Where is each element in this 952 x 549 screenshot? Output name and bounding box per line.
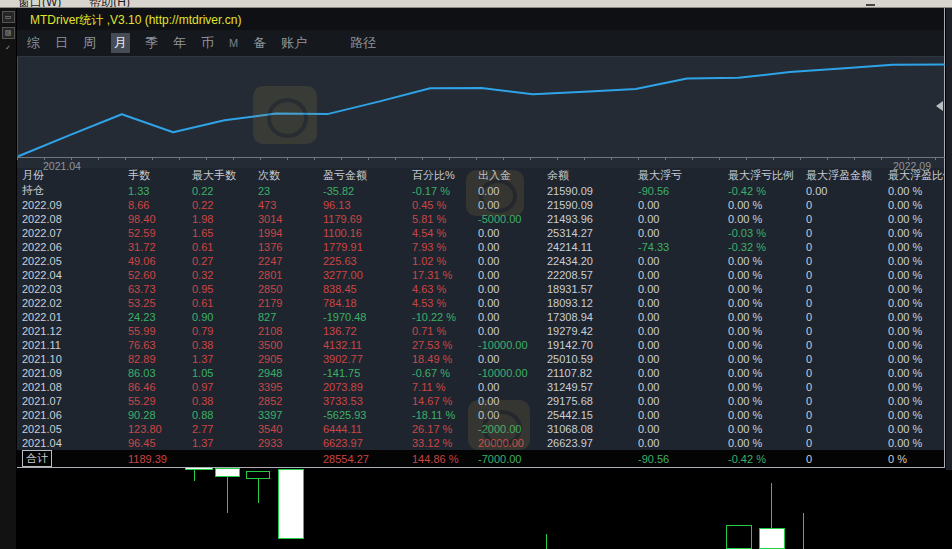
check-icon[interactable]: ✓ <box>2 43 15 55</box>
table-row[interactable]: 2021.0886.460.9733952073.897.11 %0.00312… <box>17 380 944 394</box>
table-row[interactable]: 2021.0496.451.3729336623.9733.12 %20000.… <box>17 436 944 450</box>
cell: 0.00 % <box>723 199 801 211</box>
cell: 0.00 <box>633 227 723 239</box>
cell: 0.00 <box>633 269 723 281</box>
cell: 473 <box>253 199 318 211</box>
panel-title[interactable]: MTDriver统计 ,V3.10 (http://mtdriver.cn) <box>17 8 944 30</box>
menu-window[interactable]: 窗口(W) <box>18 0 61 8</box>
cell: 0.00 <box>473 325 542 337</box>
cell: 合计 <box>17 450 123 467</box>
cell: -2000.00 <box>473 423 542 435</box>
tab-week[interactable]: 周 <box>83 34 96 52</box>
tab-currency[interactable]: 币 <box>201 34 214 52</box>
cell: 2.77 <box>187 423 253 435</box>
cell: 2021.12 <box>17 325 123 337</box>
cell: -10000.00 <box>473 339 542 351</box>
cell: 2073.89 <box>318 381 407 393</box>
table-row[interactable]: 2022.0549.060.272247225.631.02 %0.002243… <box>17 254 944 268</box>
cell: 0.00 <box>633 325 723 337</box>
cell: 24.23 <box>123 311 187 323</box>
table-row[interactable]: 2022.0452.600.3228013277.0017.31 %0.0022… <box>17 268 944 282</box>
table-row[interactable]: 2021.0986.031.052948-141.75-0.67 %-10000… <box>17 366 944 380</box>
cell: 0.00 <box>473 409 542 421</box>
tab-notes[interactable]: 备 <box>253 34 266 52</box>
cell: 0 <box>801 325 883 337</box>
cell: 0.00 % <box>883 297 944 309</box>
cell: 1.37 <box>187 353 253 365</box>
cell: 2021.09 <box>17 367 123 379</box>
cell: 4.54 % <box>407 227 473 239</box>
cell: 0.00 % <box>723 339 801 351</box>
cell: 2021.06 <box>17 409 123 421</box>
table-row[interactable]: 2021.0755.290.3828523733.5314.67 %0.0029… <box>17 394 944 408</box>
cell: 29175.68 <box>542 395 633 407</box>
table-row[interactable]: 2022.098.660.2247396.130.45 %0.0021590.0… <box>17 198 944 212</box>
cell: 0.00 % <box>723 367 801 379</box>
cell: -74.33 <box>633 241 723 253</box>
tab-m[interactable]: M <box>229 37 238 49</box>
cell: 0.00 <box>633 297 723 309</box>
cell: 2801 <box>253 269 318 281</box>
tab-summary[interactable]: 综 <box>27 34 40 52</box>
cell: 55.29 <box>123 395 187 407</box>
cell: 827 <box>253 311 318 323</box>
table-row[interactable]: 2022.0898.401.9830141179.695.81 %-5000.0… <box>17 212 944 226</box>
tab-month[interactable]: 月 <box>111 33 130 53</box>
cell: 1.65 <box>187 227 253 239</box>
tab-account[interactable]: 账户 <box>281 34 307 52</box>
cell: 0.00 <box>633 339 723 351</box>
cell: 0.00 <box>473 255 542 267</box>
minimize-icon[interactable] <box>866 4 875 6</box>
right-gutter <box>946 8 952 470</box>
tab-quarter[interactable]: 季 <box>145 34 158 52</box>
table-row[interactable]: 2021.05123.802.7735406444.1126.17 %-2000… <box>17 422 944 436</box>
table-row[interactable]: 2021.1255.990.792108136.720.71 %0.001927… <box>17 324 944 338</box>
cell: 2022.06 <box>17 241 123 253</box>
cell: 21493.96 <box>542 213 633 225</box>
mtdriver-stats-panel: MTDriver统计 ,V3.10 (http://mtdriver.cn) 综… <box>17 8 945 468</box>
menu-help[interactable]: 帮助(H) <box>89 0 130 8</box>
pattern-grid-icon[interactable]: ▨ <box>2 27 15 39</box>
table-row[interactable]: 2021.1176.630.3835004132.1127.53 %-10000… <box>17 338 944 352</box>
cell: -1970.48 <box>318 311 407 323</box>
cell: 0.79 <box>187 325 253 337</box>
cell: -0.32 % <box>723 241 801 253</box>
cell: 1179.69 <box>318 213 407 225</box>
total-row[interactable]: 合计1189.3928554.27144.86 %-7000.00-90.56-… <box>17 450 944 467</box>
cell: 0.00 % <box>723 409 801 421</box>
cell: 0.00 % <box>723 297 801 309</box>
cell: 31.72 <box>123 241 187 253</box>
cell: 1.98 <box>187 213 253 225</box>
cell: 3902.77 <box>318 353 407 365</box>
cell: 0.00 % <box>883 381 944 393</box>
table-row[interactable]: 2022.0253.250.612179784.184.53 %0.001809… <box>17 296 944 310</box>
table-row[interactable]: 2021.0690.280.883397-5625.93-18.11 %0.00… <box>17 408 944 422</box>
path-button[interactable]: 路径 <box>350 34 376 52</box>
cell: 0 <box>801 283 883 295</box>
cell: 3500 <box>253 339 318 351</box>
panel-collapse-arrow-icon[interactable] <box>936 101 943 111</box>
table-row[interactable]: 2022.0124.230.90827-1970.48-10.22 %0.001… <box>17 310 944 324</box>
tab-day[interactable]: 日 <box>55 34 68 52</box>
cell: 33.12 % <box>407 437 473 449</box>
cell: 0 <box>801 423 883 435</box>
cell: 1779.91 <box>318 241 407 253</box>
candle-wick <box>771 483 772 528</box>
cell: 0.38 <box>187 339 253 351</box>
table-row[interactable]: 2022.0363.730.952850838.454.63 %0.001893… <box>17 282 944 296</box>
cell: 6623.97 <box>318 437 407 449</box>
cell: 21590.09 <box>542 185 633 197</box>
tab-year[interactable]: 年 <box>173 34 186 52</box>
table-row[interactable]: 2022.0752.591.6519941100.164.54 %0.00253… <box>17 226 944 240</box>
window-tile-icon[interactable]: ▭ <box>2 11 15 23</box>
cell: 0.00 <box>473 395 542 407</box>
table-row[interactable]: 持仓1.330.2223-35.82-0.17 %0.0021590.09-90… <box>17 183 944 198</box>
cell: 19279.42 <box>542 325 633 337</box>
cell: 49.06 <box>123 255 187 267</box>
cell: 20000.00 <box>473 437 542 449</box>
cell: 6444.11 <box>318 423 407 435</box>
cell: 0.27 <box>187 255 253 267</box>
table-row[interactable]: 2022.0631.720.6113761779.917.93 %0.00242… <box>17 240 944 254</box>
cell: 0.00 <box>633 367 723 379</box>
table-row[interactable]: 2021.1082.891.3729053902.7718.49 %0.0025… <box>17 352 944 366</box>
